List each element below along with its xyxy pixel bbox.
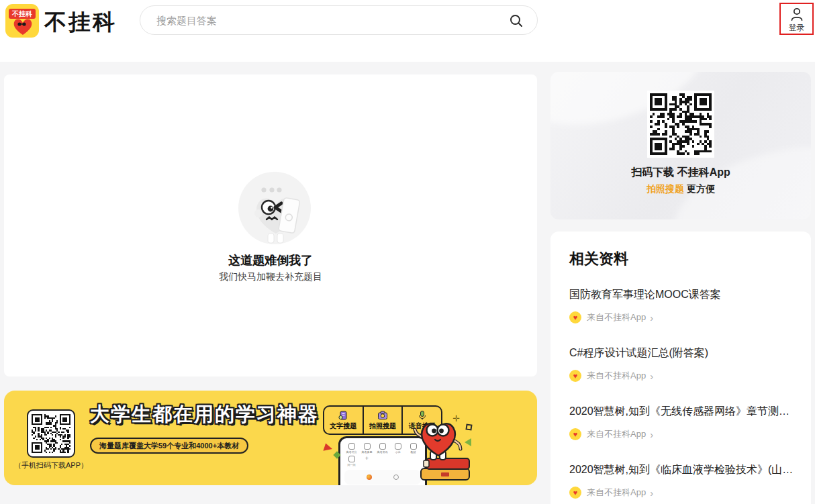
feature-label: 文字搜题: [330, 421, 356, 431]
banner-title: 大学生都在用的学习神器: [90, 401, 319, 428]
brand-wordmark: 不挂科: [44, 7, 117, 38]
related-item[interactable]: 2020智慧树,知到《无线传感器网络》章节测… ♥ 来自不挂科App ›: [569, 405, 795, 440]
user-icon: [789, 6, 805, 22]
login-label: 登录: [789, 22, 805, 34]
top-header: 不挂科 不挂科 登录: [0, 0, 815, 62]
source-label: 来自不挂科App: [587, 428, 646, 440]
camera-icon: [377, 410, 388, 421]
feature-text-search: 文字搜题: [324, 407, 364, 434]
chevron-right-icon: ›: [650, 487, 653, 499]
login-button[interactable]: 登录: [789, 6, 805, 34]
related-item-title[interactable]: 国防教育军事理论MOOC课答案: [569, 288, 795, 302]
related-item-title[interactable]: 2020智慧树,知到《无线传感器网络》章节测…: [569, 405, 795, 419]
qr-card-line1: 扫码下载 不挂科App: [550, 166, 811, 180]
qr-card-line2: 拍照搜题 更方便: [550, 183, 811, 195]
empty-state-subtitle: 我们快马加鞭去补充题目: [4, 271, 537, 283]
brand-logo-icon[interactable]: 不挂科: [5, 4, 39, 38]
related-item-title[interactable]: 2020智慧树,知到《临床血液学检验技术》(山…: [569, 463, 795, 477]
related-item-title[interactable]: C#程序设计试题汇总(附答案): [569, 346, 795, 360]
related-item-source[interactable]: ♥ 来自不挂科App ›: [569, 370, 795, 382]
source-label: 来自不挂科App: [587, 370, 646, 382]
qr-card-line2-rest: 更方便: [684, 183, 715, 194]
app-logo-icon: ♥: [569, 428, 581, 440]
search-icon[interactable]: [509, 13, 524, 28]
related-item[interactable]: 2020智慧树,知到《临床血液学检验技术》(山… ♥ 来自不挂科App ›: [569, 463, 795, 499]
phone-app-item: +: [359, 456, 375, 466]
sidebar-qr-card: 扫码下载 不挂科App 拍照搜题 更方便: [550, 72, 811, 219]
qr-code-image: [650, 93, 712, 155]
sparkle-plus-icon: ✛: [452, 413, 460, 423]
green-triangle-icon: [465, 438, 471, 446]
chevron-right-icon: ›: [650, 312, 653, 323]
related-item[interactable]: C#程序设计试题汇总(附答案) ♥ 来自不挂科App ›: [569, 346, 795, 382]
app-logo-icon: ♥: [569, 370, 581, 382]
chevron-right-icon: ›: [650, 370, 653, 382]
text-search-icon: [338, 410, 348, 421]
square-outline-icon: [465, 423, 472, 430]
banner-qr-code: [27, 409, 75, 458]
app-promo-banner[interactable]: （手机扫码下载APP） 大学生都在用的学习神器 海量题库覆盖大学59个专业和40…: [4, 391, 537, 485]
source-label: 来自不挂科App: [587, 311, 646, 323]
qr-code-image: [32, 414, 70, 453]
app-logo-icon: ♥: [569, 311, 581, 323]
banner-heart-mascot: [397, 417, 474, 485]
red-triangle-icon: [323, 443, 333, 453]
banner-qr-caption: （手机扫码下载APP）: [9, 460, 93, 470]
related-item-source[interactable]: ♥ 来自不挂科App ›: [569, 428, 795, 440]
related-item-source[interactable]: ♥ 来自不挂科App ›: [569, 487, 795, 499]
main-content-card: 这道题难倒我了 我们快马加鞭去补充题目: [4, 74, 537, 376]
search-input[interactable]: [156, 7, 499, 34]
chevron-right-icon: ›: [650, 429, 653, 440]
banner-subtitle-pill: 海量题库覆盖大学59个专业和4000+本教材: [90, 438, 248, 454]
sidebar-qr-code: [647, 91, 714, 158]
related-item[interactable]: 国防教育军事理论MOOC课答案 ♥ 来自不挂科App ›: [569, 288, 795, 323]
phone-app-item: 高考资讯: [375, 443, 390, 454]
hot-icon: [367, 474, 372, 480]
annotation-highlight-box: 登录: [779, 3, 814, 35]
related-item-source[interactable]: ♥ 来自不挂科App ›: [569, 311, 795, 323]
app-logo-icon: ♥: [569, 487, 581, 499]
feature-label: 拍照搜题: [369, 421, 396, 431]
brand-heart-icon: [11, 17, 34, 36]
related-materials-title: 相关资料: [569, 249, 628, 269]
related-materials-card: 相关资料 国防教育军事理论MOOC课答案 ♥ 来自不挂科App › C#程序设计…: [550, 232, 811, 504]
phone-app-item: 问一问: [344, 456, 359, 466]
phone-app-item: 高考真题: [359, 443, 375, 454]
qr-card-highlight: 拍照搜题: [646, 183, 684, 194]
source-label: 来自不挂科App: [587, 487, 646, 499]
empty-state-mascot: [238, 172, 311, 244]
search-bar: [140, 5, 538, 35]
phone-app-item: 高考估分: [344, 443, 359, 454]
empty-state-title: 这道题难倒我了: [4, 252, 537, 268]
